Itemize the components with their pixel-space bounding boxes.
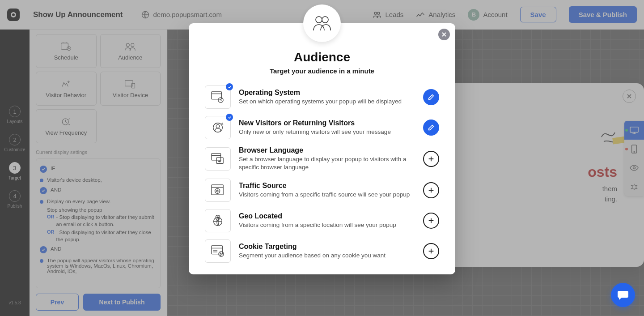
svg-point-17 <box>322 17 328 23</box>
close-icon <box>442 32 446 37</box>
cookie-icon <box>205 239 231 263</box>
pencil-icon <box>428 124 435 131</box>
option-desc: Set on which operating systems your popu… <box>239 98 415 106</box>
modal-subtitle: Target your audience in a minute <box>205 67 439 75</box>
svg-point-32 <box>222 254 222 254</box>
modal-header-icon <box>303 4 341 42</box>
option-desc: Set a browser language to display your p… <box>239 155 415 171</box>
svg-point-33 <box>220 255 221 256</box>
option-desc: Visitors coming from a specific location… <box>239 221 415 229</box>
traffic-icon <box>205 179 231 202</box>
add-language-button[interactable] <box>423 151 439 167</box>
option-title: Geo Located <box>239 212 415 220</box>
language-icon <box>205 147 231 171</box>
os-icon <box>205 85 231 109</box>
option-title: Traffic Source <box>239 182 415 190</box>
edit-os-button[interactable] <box>423 89 439 105</box>
audience-large-icon <box>312 14 332 32</box>
active-badge <box>226 114 233 121</box>
svg-point-21 <box>216 124 219 128</box>
add-cookie-button[interactable] <box>423 243 439 259</box>
svg-rect-18 <box>212 92 221 99</box>
option-desc: Visitors coming from a specific traffic … <box>239 191 415 199</box>
svg-point-26 <box>216 190 218 192</box>
option-cookie-targeting: Cookie Targeting Segment your audience b… <box>205 239 439 263</box>
audience-options: Operating System Set on which operating … <box>205 85 439 263</box>
option-desc: Only new or only returning visitors will… <box>239 128 415 136</box>
option-title: Operating System <box>239 89 415 97</box>
option-title: Browser Language <box>239 146 415 154</box>
option-title: Cookie Targeting <box>239 243 415 251</box>
active-badge <box>226 83 233 90</box>
option-new-returning: New Visitors or Returning Visitors Only … <box>205 116 439 139</box>
option-title: New Visitors or Returning Visitors <box>239 119 415 127</box>
option-desc: Segment your audience based on any cooki… <box>239 252 415 260</box>
visitors-icon <box>205 116 231 139</box>
svg-rect-23 <box>216 158 223 163</box>
plus-icon <box>428 187 435 194</box>
geo-icon <box>205 209 231 232</box>
edit-visitors-button[interactable] <box>423 120 439 136</box>
svg-rect-22 <box>212 154 221 160</box>
svg-point-31 <box>220 253 220 253</box>
audience-modal: Audience Target your audience in a minut… <box>189 23 455 274</box>
plus-icon <box>428 217 435 224</box>
plus-icon <box>428 248 435 255</box>
svg-point-28 <box>217 217 219 218</box>
chat-icon <box>617 290 629 300</box>
svg-point-16 <box>316 17 322 23</box>
option-geo-located: Geo Located Visitors coming from a speci… <box>205 209 439 232</box>
option-operating-system: Operating System Set on which operating … <box>205 85 439 109</box>
option-traffic-source: Traffic Source Visitors coming from a sp… <box>205 179 439 202</box>
pencil-icon <box>428 94 435 101</box>
svg-point-20 <box>213 123 223 132</box>
plus-icon <box>428 155 435 162</box>
add-traffic-button[interactable] <box>423 182 439 198</box>
chat-button[interactable] <box>611 283 635 307</box>
modal-title: Audience <box>205 50 439 64</box>
option-browser-language: Browser Language Set a browser language … <box>205 146 439 171</box>
add-geo-button[interactable] <box>423 213 439 229</box>
modal-close-button[interactable] <box>438 29 450 40</box>
